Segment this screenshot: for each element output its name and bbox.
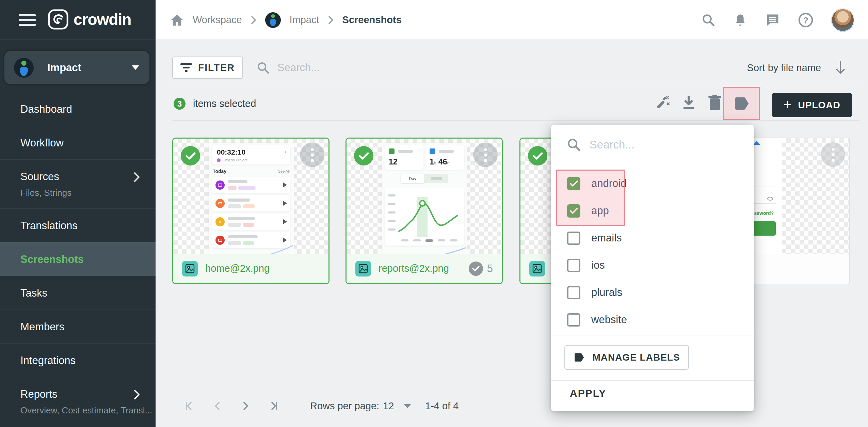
label-option-emails[interactable]: emails: [551, 224, 754, 252]
screenshot-filename[interactable]: reports@2x.png: [379, 263, 449, 274]
label-tag-icon: [573, 353, 585, 362]
checkbox-unchecked-icon[interactable]: [567, 313, 580, 327]
previous-page-icon[interactable]: [211, 400, 224, 412]
project-avatar: [14, 58, 34, 78]
crowdin-screenshots-page: crowdin Impact Dashboard Workflow Source…: [0, 0, 868, 427]
screenshot-card-home[interactable]: 00:32:10 › Fitness Project Today See All: [172, 138, 329, 284]
selected-check-icon[interactable]: [181, 146, 200, 165]
project-avatar-small: [265, 12, 281, 28]
label-dropdown: android app emails ios plurals: [551, 125, 754, 411]
sidebar-item-workflow[interactable]: Workflow: [0, 126, 156, 159]
arrow-down-icon: [835, 60, 846, 75]
thumb-seeall-label: See All: [278, 169, 290, 173]
checkbox-unchecked-icon[interactable]: [567, 259, 580, 272]
last-page-icon[interactable]: [267, 400, 279, 412]
sidebar-item-sources[interactable]: Sources Files, Strings: [0, 159, 156, 208]
apply-button[interactable]: APPLY: [570, 388, 606, 399]
crowdin-logo-icon: [48, 9, 69, 30]
sidebar-item-reports[interactable]: Reports Overview, Cost estimate, Transl.…: [0, 377, 156, 426]
user-avatar[interactable]: [831, 9, 854, 32]
sidebar-item-translations[interactable]: Translations: [0, 208, 156, 242]
label-option-android[interactable]: android: [551, 170, 754, 197]
label-option-plurals[interactable]: plurals: [551, 279, 754, 306]
thumb-day-label: Day: [401, 174, 424, 183]
screenshot-card-reports[interactable]: 12 1h 46m Day: [345, 138, 503, 284]
notifications-bell-icon[interactable]: [733, 13, 748, 27]
hamburger-menu-icon[interactable]: [19, 14, 36, 26]
checkbox-unchecked-icon[interactable]: [567, 232, 580, 245]
thumb-stat-completed: 12: [389, 157, 420, 167]
search-icon: [566, 137, 581, 152]
auto-tag-wand-icon[interactable]: [654, 94, 671, 113]
rows-per-page-caret-icon[interactable]: [404, 404, 411, 408]
next-page-icon[interactable]: [239, 400, 252, 412]
sort-control[interactable]: Sort by file name: [747, 57, 846, 79]
sidebar-nav: Dashboard Workflow Sources Files, String…: [0, 92, 156, 426]
selected-check-icon[interactable]: [354, 146, 373, 165]
check-icon: [469, 262, 483, 276]
sidebar-item-screenshots[interactable]: Screenshots: [0, 242, 156, 276]
selected-count-badge: 3: [174, 98, 186, 110]
divider: [172, 86, 860, 86]
divider: [172, 120, 860, 121]
label-list: android app emails ios plurals: [551, 170, 754, 333]
upload-button[interactable]: + UPLOAD: [772, 93, 852, 117]
card-menu-icon[interactable]: [473, 143, 498, 167]
sidebar-item-subtitle: Overview, Cost estimate, Transl...: [20, 405, 156, 416]
card-menu-icon[interactable]: [300, 143, 324, 167]
project-selector[interactable]: Impact: [4, 51, 149, 84]
manage-labels-button[interactable]: MANAGE LABELS: [564, 345, 689, 370]
card-footer: home@2x.png: [173, 254, 328, 283]
chevron-down-icon: [132, 65, 139, 70]
bulk-actions: + UPLOAD: [156, 87, 868, 120]
sidebar-item-subtitle: Files, Strings: [20, 188, 156, 198]
search-icon[interactable]: [701, 13, 716, 27]
label-search-row: [551, 125, 754, 165]
card-footer: reports@2x.png 5: [347, 254, 502, 283]
divider: [551, 380, 754, 381]
sidebar-item-members[interactable]: Members: [0, 310, 156, 343]
filter-icon: [180, 63, 192, 72]
label-option-app[interactable]: app: [551, 197, 754, 224]
thumb-project-name: Fitness Project: [223, 158, 247, 162]
rows-per-page-value[interactable]: 12: [383, 400, 394, 412]
card-menu-icon[interactable]: [821, 142, 845, 167]
selected-items-label: items selected: [193, 98, 256, 109]
image-file-icon: [355, 261, 371, 276]
thumbnail-phone-mock: 00:32:10 › Fitness Project Today See All: [209, 143, 294, 255]
crowdin-logo[interactable]: crowdin: [48, 9, 131, 30]
sidebar-item-integrations[interactable]: Integrations: [0, 343, 156, 377]
selected-check-icon[interactable]: [528, 146, 547, 165]
thumbnail-phone-mock: 12 1h 46m Day: [382, 143, 467, 255]
thumb-today-label: Today: [213, 169, 226, 174]
checkbox-checked-icon[interactable]: [567, 177, 580, 190]
filter-button[interactable]: FILTER: [172, 57, 243, 79]
project-name: Impact: [47, 62, 81, 74]
sidebar-item-dashboard[interactable]: Dashboard: [0, 92, 156, 126]
first-page-icon[interactable]: [183, 400, 196, 412]
screenshot-filename[interactable]: home@2x.png: [205, 263, 270, 274]
label-option-website[interactable]: website: [551, 306, 754, 333]
thumb-stat-duration-m: 46: [438, 157, 447, 166]
delete-trash-icon[interactable]: [708, 94, 722, 113]
help-icon[interactable]: ?: [798, 12, 814, 28]
breadcrumb-workspace[interactable]: Workspace: [193, 14, 242, 26]
messages-chat-icon[interactable]: [765, 13, 780, 28]
download-icon[interactable]: [681, 95, 696, 112]
breadcrumb-project[interactable]: Impact: [290, 14, 319, 26]
label-search-input[interactable]: [590, 138, 739, 151]
topbar-icons: ?: [701, 0, 854, 40]
svg-text:?: ?: [803, 15, 808, 25]
checkbox-unchecked-icon[interactable]: [567, 286, 580, 299]
screenshot-thumbnail: 00:32:10 › Fitness Project Today See All: [173, 139, 328, 255]
home-icon[interactable]: [170, 14, 184, 26]
label-tag-icon: [733, 97, 750, 110]
toolbar-search: [256, 57, 563, 79]
label-option-ios[interactable]: ios: [551, 252, 754, 279]
tagged-strings-badge: 5: [469, 262, 493, 276]
assign-label-button-highlighted[interactable]: [723, 87, 760, 120]
search-input[interactable]: [277, 62, 550, 74]
sidebar-item-tasks[interactable]: Tasks: [0, 276, 156, 310]
chevron-right-icon: [251, 16, 256, 25]
checkbox-checked-icon[interactable]: [567, 204, 580, 218]
